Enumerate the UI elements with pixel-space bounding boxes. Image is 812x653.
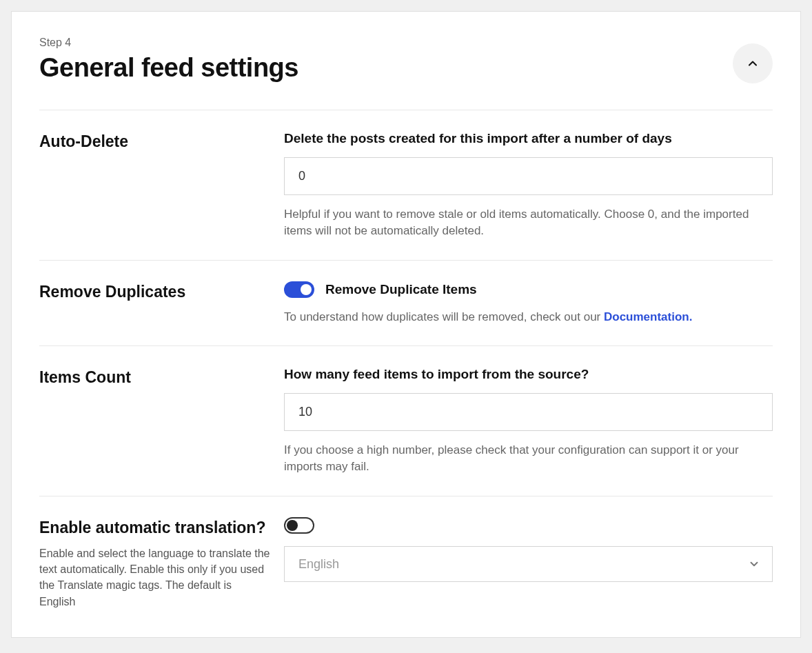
row-right: English: [284, 517, 773, 610]
documentation-link[interactable]: Documentation.: [604, 310, 692, 323]
row-left: Remove Duplicates: [39, 281, 284, 325]
remove-duplicates-help: To understand how duplicates will be rem…: [284, 309, 773, 325]
translation-label: Enable automatic translation?: [39, 517, 270, 539]
panel-header: Step 4 General feed settings: [39, 37, 773, 110]
auto-delete-input[interactable]: [284, 157, 773, 195]
auto-delete-label: Auto-Delete: [39, 131, 270, 152]
step-label: Step 4: [39, 37, 733, 49]
translation-sublabel: Enable and select the language to transl…: [39, 545, 270, 610]
toggle-row: Remove Duplicate Items: [284, 281, 773, 298]
page-title: General feed settings: [39, 53, 733, 83]
auto-delete-row: Auto-Delete Delete the posts created for…: [39, 110, 773, 261]
help-prefix: To understand how duplicates will be rem…: [284, 310, 604, 323]
row-left: Enable automatic translation? Enable and…: [39, 517, 284, 610]
remove-duplicates-row: Remove Duplicates Remove Duplicate Items…: [39, 261, 773, 347]
translation-row: Enable automatic translation? Enable and…: [39, 496, 773, 610]
language-select[interactable]: English: [284, 546, 773, 582]
items-count-field-label: How many feed items to import from the s…: [284, 367, 773, 382]
collapse-button[interactable]: [733, 43, 773, 83]
translation-toggle[interactable]: [284, 517, 314, 534]
items-count-label: Items Count: [39, 367, 270, 388]
language-select-wrap: English: [284, 546, 773, 582]
remove-duplicates-toggle-label: Remove Duplicate Items: [325, 282, 477, 297]
toggle-knob: [287, 520, 298, 531]
row-right: How many feed items to import from the s…: [284, 367, 773, 475]
chevron-up-icon: [746, 57, 760, 70]
remove-duplicates-toggle[interactable]: [284, 281, 314, 298]
settings-panel: Step 4 General feed settings Auto-Delete…: [11, 11, 801, 638]
remove-duplicates-label: Remove Duplicates: [39, 281, 270, 303]
auto-delete-help: Helpful if you want to remove stale or o…: [284, 206, 773, 239]
items-count-help: If you choose a high number, please chec…: [284, 442, 773, 475]
items-count-input[interactable]: [284, 393, 773, 431]
row-left: Auto-Delete: [39, 131, 284, 239]
auto-delete-field-label: Delete the posts created for this import…: [284, 131, 773, 146]
row-left: Items Count: [39, 367, 284, 475]
row-right: Delete the posts created for this import…: [284, 131, 773, 239]
header-text: Step 4 General feed settings: [39, 37, 733, 83]
row-right: Remove Duplicate Items To understand how…: [284, 281, 773, 325]
toggle-knob: [301, 284, 312, 295]
items-count-row: Items Count How many feed items to impor…: [39, 346, 773, 496]
